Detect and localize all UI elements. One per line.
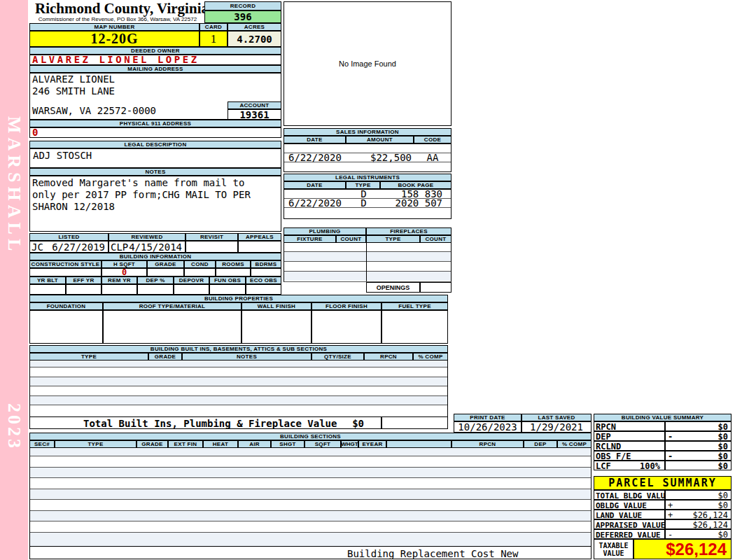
col-fireplace-type: TYPE [366, 235, 420, 243]
card-value: 1 [200, 31, 227, 47]
empty-cell [137, 284, 174, 295]
col-notes: NOTES [182, 353, 312, 360]
taxable-value-cell: $26,124 [634, 539, 732, 559]
building-sections-footer-label: Building Replacement Cost New [347, 548, 518, 559]
physical-address-value: 0 [29, 127, 281, 138]
col-foundation: FOUNDATION [29, 302, 103, 310]
legal-instruments-header: LEGAL INSTRUMENTS [284, 174, 451, 181]
card-header: CARD [200, 23, 227, 31]
empty-cell [66, 284, 102, 295]
col-depovr: DEPOVR [174, 276, 209, 284]
bvs-value: $0 [718, 442, 728, 451]
col-sec-type: TYPE [55, 440, 136, 448]
bvs-value: $0 [718, 432, 728, 442]
roof-type-value [103, 310, 241, 344]
col-air: AIR [238, 440, 271, 448]
building-sections-footer-row: Building Replacement Cost New [29, 546, 592, 559]
revisit-header: REVISIT [186, 233, 238, 241]
sales-row: 6/22/2020 $22,500 AA [284, 153, 451, 162]
last-saved-header: LAST SAVED [522, 414, 592, 421]
vendor-label: MARSHALL [0, 98, 28, 273]
col-rpcn: RPCN [364, 353, 413, 360]
listed-date: 6/27/2019 [52, 241, 105, 253]
cond-value [184, 268, 216, 276]
bvs-label-cell: RPCN [594, 421, 665, 431]
last-saved-value: 1/29/2021 [522, 421, 592, 433]
col-sale-code: CODE [414, 136, 451, 144]
empty-cell [29, 284, 66, 295]
revisit-cell [186, 241, 238, 253]
fuel-type-value [382, 310, 448, 344]
legal-description-value: ADJ STOSCH [29, 148, 281, 168]
parcel-value: $26,124 [692, 510, 728, 520]
floor-finish-value [312, 310, 382, 344]
bvs-label: RCLND [596, 442, 621, 451]
parcel-sign: + [668, 510, 673, 520]
bvs-label-cell: RCLND [594, 441, 665, 451]
map-number-header: MAP NUMBER [29, 23, 200, 31]
map-number-value: 12-20G [29, 31, 200, 47]
bvs-value: $0 [718, 451, 728, 461]
parcel-label-cell: TOTAL BLDG VALUE [594, 490, 665, 500]
bvs-sign: - [668, 432, 673, 442]
col-fixture-count: COUNT [336, 235, 366, 243]
plumbing-header: PLUMBING [284, 227, 366, 235]
taxable-value-label: TAXABLE VALUE [594, 539, 634, 559]
col-sec-dep: DEP [524, 440, 557, 448]
legal-instrument-row [284, 208, 451, 217]
note-line: only per 2017 PP form;CHG MAIL TO PER [32, 189, 251, 200]
instr-book-page: 2020 507 [381, 199, 451, 207]
openings-value [420, 282, 451, 293]
taxable-label-line: VALUE [603, 550, 624, 557]
parcel-value-cell: $0 [665, 490, 732, 500]
bvs-value-cell: $0 [665, 441, 732, 451]
col-fun-obs: FUN OBS [209, 276, 246, 284]
built-ins-total-value: $0 [352, 418, 364, 429]
acres-header: ACRES [227, 23, 281, 31]
sale-code: AA [414, 153, 451, 162]
col-rem-yr: REM YR [102, 276, 137, 284]
col-fuel-type: FUEL TYPE [382, 302, 448, 310]
bvs-value-cell: - $0 [665, 451, 732, 461]
legal-instrument-row: 6/22/2020 D 2020 507 [284, 199, 451, 208]
col-bdrms: BDRMS [251, 260, 281, 268]
parcel-value-cell: $26,124 [665, 519, 732, 529]
col-rooms: ROOMS [216, 260, 251, 268]
col-shgt: SHGT [271, 440, 304, 448]
physical-address-header: PHYSICAL 911 ADDRESS [29, 120, 281, 127]
legal-description-header: LEGAL DESCRIPTION [29, 141, 281, 148]
col-sale-date: DATE [284, 136, 346, 144]
reviewed-header: REVIEWED [108, 233, 186, 241]
empty-cell [246, 284, 281, 295]
col-sec-rpcn: RPCN [451, 440, 524, 448]
instr-date: 6/22/2020 [284, 199, 346, 207]
bvs-value-cell: $0 [665, 421, 732, 431]
bvs-label-cell: DEP [594, 431, 665, 441]
print-date-value: 10/26/2023 [454, 421, 522, 433]
bvs-value: $0 [718, 461, 728, 471]
parcel-label-cell: LAND VALUE [594, 510, 665, 519]
fireplaces-header: FIREPLACES [366, 227, 451, 235]
legal-instrument-rows: D 158 830 6/22/2020 D 2020 507 [284, 189, 451, 219]
empty-cell [174, 284, 209, 295]
col-whgt: WHGT [341, 440, 358, 448]
listed-cell: JC 6/27/2019 [29, 241, 108, 253]
built-ins-rows [29, 360, 448, 416]
col-ext-fin: EXT FIN [168, 440, 203, 448]
bvs-label: OBS F/E [596, 451, 631, 461]
reviewed-by: CLP [111, 241, 128, 253]
building-properties-header: BUILDING PROPERTIES [29, 295, 448, 302]
col-cond: COND [184, 260, 216, 268]
parcel-label-cell: APPRAISED VALUE [594, 519, 665, 529]
empty-cell [382, 416, 448, 429]
mailing-line: 246 SMITH LANE [32, 85, 115, 97]
instr-type: D [346, 199, 381, 207]
bvs-label: RPCN [596, 422, 616, 432]
bvs-lcf-pct: 100% [640, 461, 660, 471]
bvs-label: DEP [596, 432, 611, 442]
col-grade: GRADE [148, 353, 182, 360]
building-section-rows [29, 448, 592, 546]
parcel-sign: - [668, 530, 673, 540]
col-grade: GRADE [147, 260, 184, 268]
col-instr-date: DATE [284, 181, 346, 189]
